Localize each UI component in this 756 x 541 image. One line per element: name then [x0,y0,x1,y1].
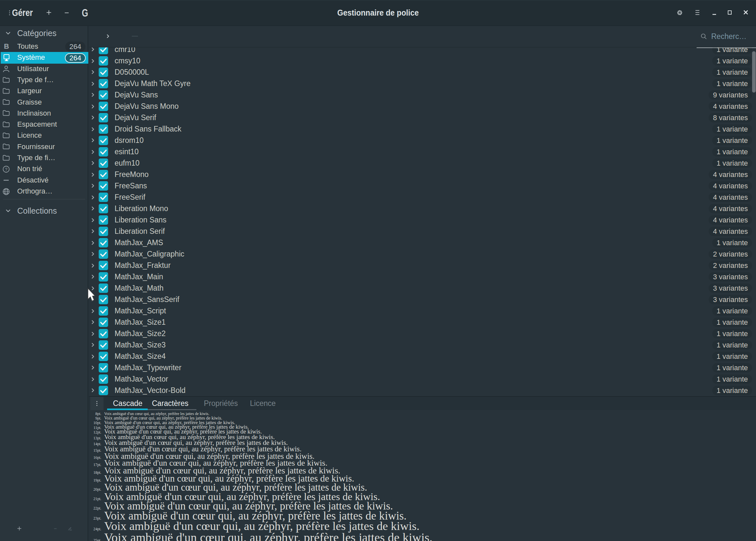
svg-text:?: ? [5,167,7,172]
